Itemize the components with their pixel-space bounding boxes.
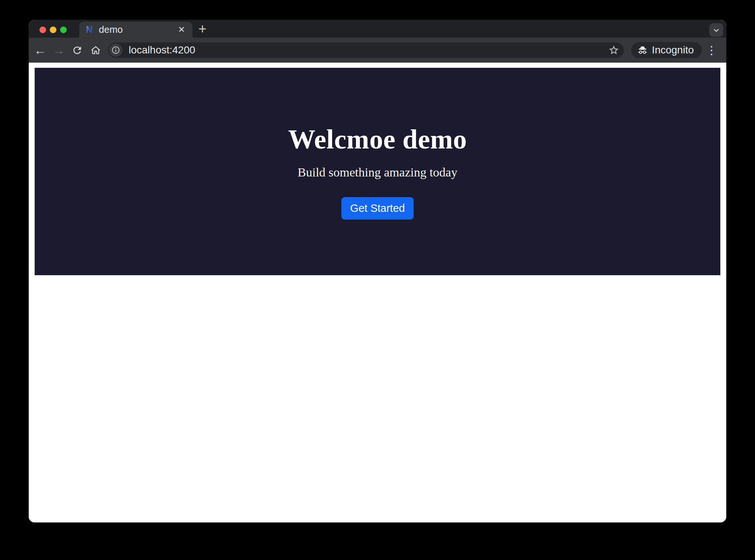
arrow-right-icon: → [52, 43, 65, 57]
url-text: localhost:4200 [129, 44, 608, 56]
window-close-button[interactable] [39, 27, 46, 33]
window-zoom-button[interactable] [60, 27, 67, 33]
forward-button[interactable]: → [49, 40, 68, 60]
reload-icon [72, 45, 83, 56]
hero-title: Welcmoe demo [288, 124, 467, 155]
incognito-label: Incognito [652, 44, 694, 56]
star-icon [608, 45, 619, 56]
browser-menu-button[interactable]: ⋮ [703, 40, 720, 60]
info-icon [111, 46, 120, 55]
incognito-icon [637, 45, 648, 56]
url-bar[interactable]: localhost:4200 [108, 42, 624, 58]
tab-title: demo [99, 24, 177, 35]
screen-background: N demo ✕ + ← → [0, 0, 755, 560]
new-tab-button[interactable]: + [198, 20, 206, 38]
home-icon [90, 45, 101, 56]
traffic-lights [39, 27, 67, 33]
tab-close-icon[interactable]: ✕ [177, 25, 186, 35]
browser-window: N demo ✕ + ← → [29, 20, 726, 522]
window-minimize-button[interactable] [50, 27, 56, 33]
kebab-menu-icon: ⋮ [706, 43, 717, 57]
reload-button[interactable] [68, 40, 86, 60]
tab-strip: N demo ✕ + [29, 20, 726, 38]
tab-search-button[interactable] [709, 23, 723, 37]
hero-subtitle: Build something amazing today [298, 165, 457, 179]
get-started-button[interactable]: Get Started [341, 197, 414, 220]
back-button[interactable]: ← [31, 40, 49, 60]
nx-logo-icon: N [84, 25, 94, 35]
home-button[interactable] [86, 40, 105, 60]
incognito-badge: Incognito [631, 42, 702, 58]
tab-demo[interactable]: N demo ✕ [79, 22, 192, 38]
bookmark-button[interactable] [608, 45, 619, 56]
arrow-left-icon: ← [34, 43, 46, 57]
browser-toolbar: ← → l [29, 38, 726, 63]
chevron-down-icon [711, 25, 721, 35]
site-info-button[interactable] [109, 43, 122, 57]
hero-section: Welcmoe demo Build something amazing tod… [35, 68, 720, 275]
page-content: Welcmoe demo Build something amazing tod… [29, 63, 726, 522]
